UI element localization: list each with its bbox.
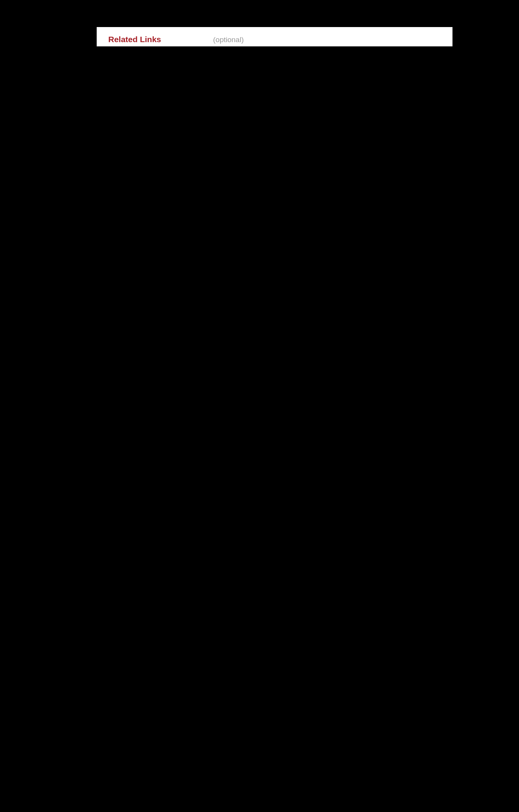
optional-label: (optional) bbox=[213, 36, 244, 44]
panel-related-links-initial: Related Links (optional) Provide hyperli… bbox=[97, 27, 452, 46]
section-title-row: Related Links (optional) bbox=[108, 35, 441, 46]
section-title: Related Links bbox=[108, 35, 161, 44]
